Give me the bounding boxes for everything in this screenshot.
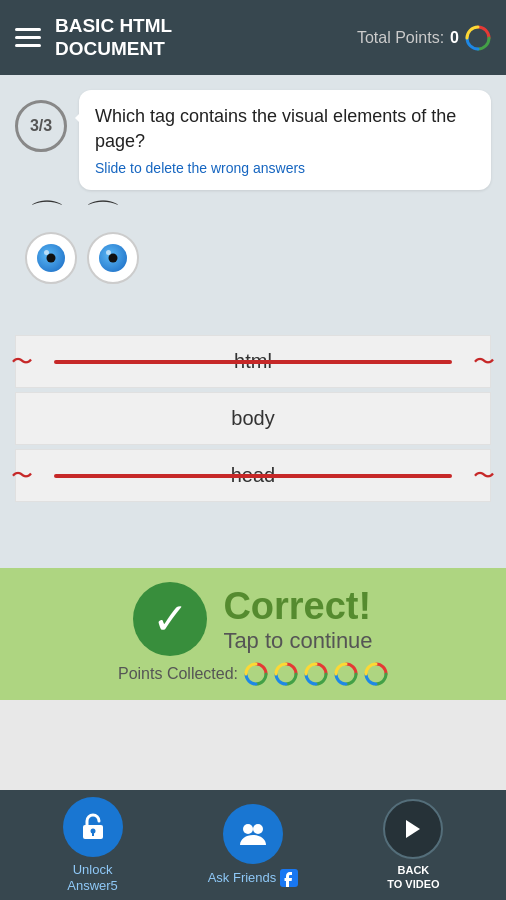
squiggle-right-html: 〜 xyxy=(473,347,495,377)
question-hint: Slide to delete the wrong answers xyxy=(95,160,475,176)
facebook-icon xyxy=(280,869,298,887)
check-mark-icon: ✓ xyxy=(152,597,189,641)
back-to-video-button[interactable]: BACK TO VIDEO xyxy=(383,799,443,890)
header-spinner-icon xyxy=(465,25,491,51)
header-left: BASIC HTML DOCUMENT xyxy=(15,15,172,61)
right-eye xyxy=(87,232,139,284)
answer-body-text: body xyxy=(231,407,274,429)
answers-container: html 〜 〜 body head 〜 〜 xyxy=(15,335,491,506)
svg-point-1 xyxy=(90,828,95,833)
points-value: 0 xyxy=(450,29,459,47)
spinner-1 xyxy=(244,662,268,686)
main-content: 3/3 Which tag contains the visual elemen… xyxy=(0,75,506,700)
correct-banner[interactable]: ✓ Correct! Tap to continue Points Collec… xyxy=(0,568,506,700)
svg-point-3 xyxy=(243,824,253,834)
ask-friends-icon xyxy=(236,817,270,851)
spinner-2 xyxy=(274,662,298,686)
ask-friends-label: Ask Friends xyxy=(208,869,299,887)
points-collected-label: Points Collected: xyxy=(118,665,238,683)
check-circle: ✓ xyxy=(133,582,207,656)
unlock-btn-circle xyxy=(63,797,123,857)
unlock-button[interactable]: Unlock Answer5 xyxy=(63,797,123,893)
speech-bubble: Which tag contains the visual elements o… xyxy=(79,90,491,190)
spinner-3 xyxy=(304,662,328,686)
correct-banner-top: ✓ Correct! Tap to continue xyxy=(20,582,486,656)
squiggle-left-html: 〜 xyxy=(11,347,33,377)
left-eye xyxy=(25,232,77,284)
svg-marker-6 xyxy=(406,820,420,838)
back-video-label: BACK TO VIDEO xyxy=(387,864,439,890)
unlock-label: Unlock Answer5 xyxy=(67,862,118,893)
eyebrows: ⌒ ⌒ xyxy=(33,200,117,228)
header-right: Total Points: 0 xyxy=(357,25,491,51)
header: BASIC HTML DOCUMENT Total Points: 0 xyxy=(0,0,506,75)
answer-body[interactable]: body xyxy=(15,392,491,445)
left-iris xyxy=(37,244,65,272)
speech-bubble-area: 3/3 Which tag contains the visual elemen… xyxy=(15,90,491,190)
hamburger-menu[interactable] xyxy=(15,28,41,47)
points-label: Total Points: xyxy=(357,29,444,47)
correct-text-area: Correct! Tap to continue xyxy=(223,585,372,654)
left-eyebrow-icon: ⌒ xyxy=(29,200,65,228)
squiggle-right-head: 〜 xyxy=(473,461,495,491)
back-video-btn-circle xyxy=(383,799,443,859)
answer-head[interactable]: head 〜 〜 xyxy=(15,449,491,502)
answer-html[interactable]: html 〜 〜 xyxy=(15,335,491,388)
squiggle-left-head: 〜 xyxy=(11,461,33,491)
unlock-icon xyxy=(77,811,109,843)
eyes-container: ⌒ ⌒ xyxy=(25,200,139,284)
eyes-row xyxy=(25,232,139,284)
tap-label: Tap to continue xyxy=(223,628,372,654)
strikethrough-head xyxy=(54,474,452,478)
ask-friends-button[interactable]: Ask Friends xyxy=(208,804,299,887)
header-title: BASIC HTML DOCUMENT xyxy=(55,15,172,61)
question-counter: 3/3 xyxy=(15,100,67,152)
right-iris xyxy=(99,244,127,272)
character-area: ⌒ ⌒ xyxy=(15,200,491,330)
correct-label: Correct! xyxy=(223,585,372,628)
video-icon xyxy=(401,817,425,841)
ask-friends-btn-circle xyxy=(223,804,283,864)
spinner-4 xyxy=(334,662,358,686)
right-eyebrow-icon: ⌒ xyxy=(85,200,121,228)
spinner-5 xyxy=(364,662,388,686)
strikethrough-html xyxy=(54,360,452,364)
points-row: Points Collected: xyxy=(118,662,388,686)
bottom-toolbar: Unlock Answer5 Ask Friends BACK TO VIDE xyxy=(0,790,506,900)
svg-point-4 xyxy=(253,824,263,834)
question-text: Which tag contains the visual elements o… xyxy=(95,104,475,154)
